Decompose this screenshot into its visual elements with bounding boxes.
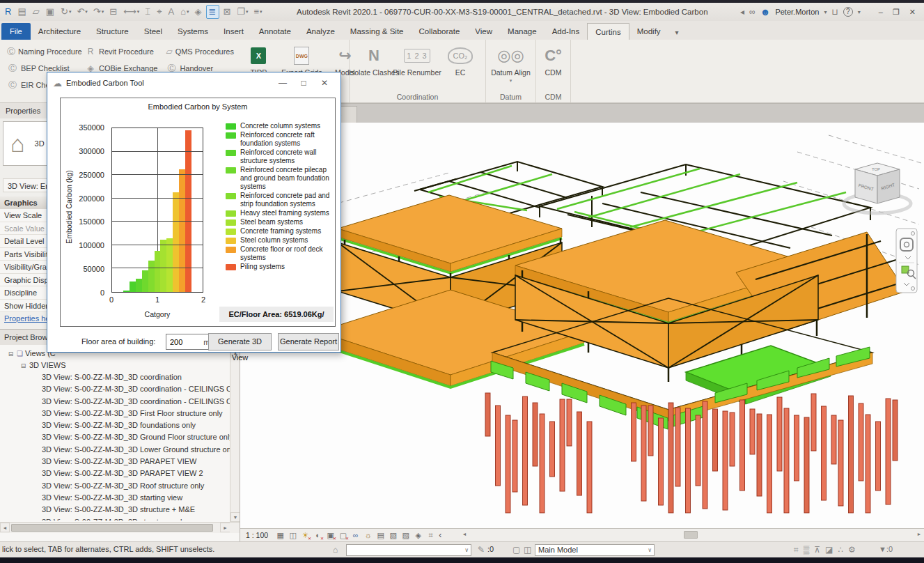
dialog-minimize-button[interactable]: —: [272, 78, 293, 88]
save-icon[interactable]: ▣: [44, 5, 57, 19]
customize-qat-icon[interactable]: ≡ ▾: [251, 5, 264, 19]
tree-node-3d-views[interactable]: ⊟3D VIEWS: [0, 360, 231, 371]
dialog-close-button[interactable]: ✕: [314, 78, 335, 88]
help-menu-arrow-icon[interactable]: ▾: [858, 9, 861, 15]
ribbon-tab[interactable]: Curtins: [587, 23, 629, 40]
sun-path-icon[interactable]: ☀✕: [300, 530, 311, 541]
floor-area-input[interactable]: [170, 338, 196, 346]
project-browser-item[interactable]: 3D View: S-00-ZZ-M-3D_3D coordination - …: [0, 396, 231, 408]
pile-renumber-button[interactable]: 1 2 3 Pile Renumber: [396, 42, 439, 77]
scroll-right-icon[interactable]: ►: [914, 530, 924, 539]
generate-3d-view-button[interactable]: Generate 3D View: [208, 333, 272, 350]
project-browser-item[interactable]: 3D View: S-00-ZZ-M-3D_3D Lower Ground st…: [0, 444, 231, 456]
browser-vertical-scrollbar[interactable]: ▲ ▼: [230, 348, 240, 522]
select-links-icon[interactable]: ⌗: [794, 545, 799, 555]
redo-icon[interactable]: ↷ ▾: [91, 5, 106, 19]
project-browser-item[interactable]: 3D View: S-00-ZZ-M-3D_3D coordination: [0, 371, 231, 383]
displaced-elements-icon[interactable]: ◈: [413, 530, 423, 541]
switch-windows-icon[interactable]: ❐ ▾: [235, 5, 250, 19]
project-browser-item[interactable]: 3D View: S-00-ZZ-M-3D_3D Ground Floor st…: [0, 431, 231, 443]
close-inactive-windows-icon[interactable]: ⊠: [221, 5, 233, 19]
shadows-icon[interactable]: ◐✕: [313, 530, 323, 541]
tag-icon[interactable]: ⌖: [155, 5, 164, 19]
close-button[interactable]: ✕: [909, 8, 916, 17]
undo-icon[interactable]: ↶ ▾: [75, 5, 89, 19]
panel-label-datum[interactable]: Datum: [486, 91, 535, 102]
background-processes-icon[interactable]: ⚙: [848, 545, 856, 555]
editing-requests-icon[interactable]: ✎: [478, 545, 485, 555]
project-browser-item[interactable]: 3D View: S-00-ZZ-M-3D_3D PARAPET VIEW: [0, 456, 231, 468]
model-canvas[interactable]: TOP FRONT RIGHT: [240, 123, 924, 528]
scroll-right-icon[interactable]: ►: [220, 523, 230, 532]
project-browser-item[interactable]: 3D View: S-00-ZZ-M-3D_3D First Floor str…: [0, 408, 231, 419]
scroll-left-icon[interactable]: ◄: [0, 523, 10, 532]
project-browser-item[interactable]: 3D View: S-00-ZZ-M-3D_3D structure only: [0, 516, 231, 520]
crop-view-icon[interactable]: ▣✕: [325, 530, 336, 541]
signed-in-user[interactable]: Peter.Morton: [775, 8, 819, 16]
user-menu-arrow-icon[interactable]: ▾: [824, 9, 827, 15]
viewcube[interactable]: TOP FRONT RIGHT: [844, 163, 911, 213]
ribbon-tab[interactable]: Analyze: [299, 23, 343, 40]
drawing-area[interactable]: ◰{3D}: [240, 103, 924, 541]
panel-label-coordination[interactable]: Coordination: [350, 91, 485, 102]
active-workset-select[interactable]: ∨: [346, 544, 471, 556]
worksets-icon[interactable]: ⌂: [333, 545, 338, 555]
ec-button[interactable]: CO₂ EC: [439, 42, 482, 77]
ribbon-tab[interactable]: Systems: [170, 23, 216, 40]
ribbon-tab[interactable]: Insert: [216, 23, 251, 40]
ribbon-tab[interactable]: Add-Ins: [545, 23, 588, 40]
project-browser-item[interactable]: 3D View: S-00-ZZ-M-3D_3D structure + M&E: [0, 504, 231, 516]
qms-procedures-button[interactable]: ▱QMS Procedures: [162, 43, 237, 60]
ribbon-tab[interactable]: View: [467, 23, 500, 40]
section-icon[interactable]: ◈: [193, 5, 205, 19]
minimize-button[interactable]: –: [879, 8, 883, 16]
navigation-bar[interactable]: [896, 229, 917, 293]
collapse-view-bar-icon[interactable]: ‹: [439, 530, 441, 540]
project-browser-item[interactable]: 3D View: S-00-ZZ-M-3D_3D foundations onl…: [0, 419, 231, 431]
ribbon-tab[interactable]: Steel: [136, 23, 170, 40]
default-3d-view-icon[interactable]: ⌂ ▾: [178, 5, 191, 19]
generate-report-button[interactable]: Generate Report: [278, 333, 339, 350]
selection-filter[interactable]: ▼:0: [879, 545, 893, 553]
exclude-options-checkbox-icon[interactable]: ▢: [512, 545, 520, 555]
text-icon[interactable]: A: [166, 5, 177, 19]
scrollbar-thumb[interactable]: [11, 524, 213, 532]
thin-lines-icon[interactable]: ≣: [206, 5, 220, 19]
isolate-clashes-button[interactable]: N Isolate Clashes: [352, 42, 396, 77]
help-icon[interactable]: ?: [843, 7, 853, 17]
revit-procedure-button[interactable]: RRevit Procedure: [81, 43, 162, 60]
design-options-icon[interactable]: ◫: [524, 545, 531, 555]
worksharing-display-icon[interactable]: ▨: [400, 530, 411, 541]
tab-file[interactable]: File: [1, 23, 31, 40]
select-pinned-elements-icon[interactable]: ⊼: [814, 545, 820, 555]
sync-with-central-icon[interactable]: ↻ ▾: [58, 5, 73, 19]
ribbon-tab[interactable]: Annotate: [251, 23, 299, 40]
ribbon-tab[interactable]: Massing & Site: [343, 23, 412, 40]
open-icon[interactable]: ▱: [31, 5, 42, 19]
temporary-view-properties-icon[interactable]: ▤: [375, 530, 386, 541]
ribbon-tab[interactable]: Manage: [500, 23, 545, 40]
visual-style-icon[interactable]: ◫: [288, 530, 298, 541]
scroll-down-icon[interactable]: ▼: [230, 512, 240, 522]
collapse-infocenter-icon[interactable]: ◂: [740, 7, 744, 17]
tree-collapse-icon[interactable]: ⊟: [19, 360, 27, 372]
project-browser-item[interactable]: 3D View: S-00-ZZ-M-3D_3D coordination - …: [0, 383, 231, 395]
ribbon-tab[interactable]: Architecture: [31, 23, 88, 40]
dialog-maximize-button[interactable]: □: [293, 78, 314, 88]
reveal-hidden-elements-icon[interactable]: ☼: [363, 530, 373, 541]
select-underlay-elements-icon[interactable]: ▒: [804, 545, 810, 555]
scrollbar-thumb[interactable]: [684, 531, 698, 539]
new-file-icon[interactable]: ▤: [15, 5, 29, 19]
canvas-horizontal-scrollbar[interactable]: ◄ ►: [460, 528, 924, 541]
show-crop-region-icon[interactable]: ▢✕: [338, 530, 348, 541]
cdm-button[interactable]: C° CDM: [539, 42, 567, 77]
view-scale-button[interactable]: 1 : 100: [246, 531, 268, 539]
datum-align-button[interactable]: ◎◎ Datum Align▾: [489, 42, 533, 85]
temporary-hide-isolate-icon[interactable]: ∞: [350, 530, 361, 541]
detail-level-icon[interactable]: ▦: [275, 530, 285, 541]
print-icon[interactable]: ⊟: [107, 5, 120, 19]
browser-horizontal-scrollbar[interactable]: ◄ ►: [0, 522, 240, 533]
project-browser-item[interactable]: 3D View: S-00-ZZ-M-3D_3D starting view: [0, 492, 231, 504]
aligned-dimension-icon[interactable]: ⌶: [143, 5, 153, 19]
measure-icon[interactable]: ⟷ ▾: [121, 5, 141, 19]
